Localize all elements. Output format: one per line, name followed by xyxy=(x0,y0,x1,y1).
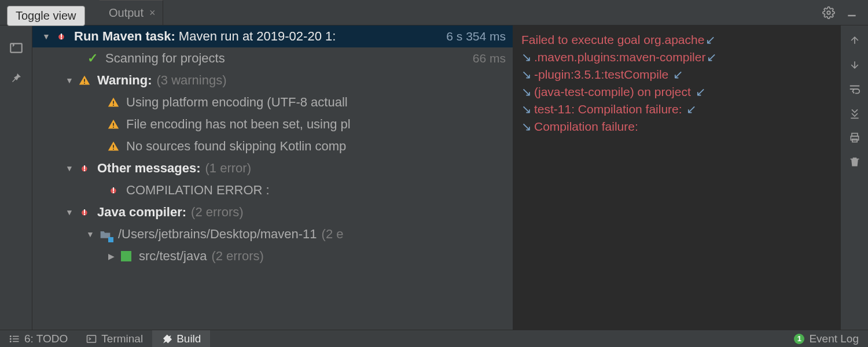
warning-icon xyxy=(106,95,120,109)
console-line: test-11: Compilation failure: xyxy=(534,102,685,116)
console-line: Compilation failure: xyxy=(534,120,638,133)
arrow-up-icon[interactable] xyxy=(847,32,863,49)
tree-timing: 6 s 354 ms xyxy=(446,29,506,43)
tree-item-warning-child[interactable]: No sources found skipping Kotlin comp xyxy=(32,135,513,157)
tree-label: COMPILATION ERROR : xyxy=(126,183,270,198)
tab-label: Output xyxy=(109,6,144,20)
error-icon xyxy=(106,183,120,197)
trash-icon[interactable] xyxy=(847,154,863,170)
statusbar-event-log[interactable]: 1 Event Log xyxy=(794,333,868,345)
tree-count: (3 warnings) xyxy=(157,73,227,88)
tree-label: Using platform encoding (UTF-8 actuall xyxy=(126,95,348,110)
console-line: (java-test-compile) on project xyxy=(534,85,694,98)
soft-wrap-icon xyxy=(705,31,716,49)
tab-output[interactable]: Output × xyxy=(100,0,163,25)
arrow-down-icon[interactable] xyxy=(847,57,863,73)
console-line: -plugin:3.5.1:testCompile xyxy=(534,68,672,81)
svg-rect-3 xyxy=(84,79,85,82)
pin-icon[interactable] xyxy=(8,69,25,87)
soft-wrap-toggle-icon[interactable] xyxy=(847,81,863,97)
svg-point-0 xyxy=(827,11,830,14)
chevron-down-icon[interactable] xyxy=(65,76,74,85)
svg-rect-23 xyxy=(87,335,96,342)
event-count-badge: 1 xyxy=(794,334,804,344)
svg-point-20 xyxy=(10,335,12,337)
svg-rect-5 xyxy=(113,101,114,104)
chevron-right-icon[interactable] xyxy=(106,252,116,261)
statusbar-label: Build xyxy=(176,333,201,345)
statusbar-build[interactable]: Build xyxy=(152,330,210,347)
warning-icon xyxy=(78,73,91,87)
svg-point-21 xyxy=(10,338,12,339)
svg-rect-6 xyxy=(113,105,114,106)
warning-icon xyxy=(106,117,120,131)
tree-root-run-maven[interactable]: Run Maven task: Maven run at 2019-02-20 … xyxy=(32,25,513,47)
package-icon xyxy=(119,249,133,263)
tree-timing: 66 ms xyxy=(473,51,506,65)
soft-wrap-icon xyxy=(707,49,717,66)
build-tree: Run Maven task: Maven run at 2019-02-20 … xyxy=(32,25,513,330)
left-gutter xyxy=(0,25,32,330)
tree-label: Scanning for projects xyxy=(105,51,225,66)
soft-wrap-icon xyxy=(521,66,532,83)
tree-label: Java compiler: xyxy=(97,205,186,220)
chevron-down-icon[interactable] xyxy=(65,164,74,173)
statusbar-todo[interactable]: 6: TODO xyxy=(0,330,77,347)
tree-item-path[interactable]: /Users/jetbrains/Desktop/maven-11 (2 e xyxy=(32,223,513,245)
svg-rect-4 xyxy=(84,83,85,84)
tree-count: (1 error) xyxy=(205,161,251,176)
soft-wrap-icon xyxy=(521,118,532,135)
warning-icon xyxy=(106,139,120,153)
tabs-area: Output × xyxy=(0,0,821,25)
tree-item-java-compiler[interactable]: Java compiler: (2 errors) xyxy=(32,201,513,223)
tree-label: Warning: xyxy=(97,73,152,88)
right-gutter xyxy=(840,25,868,330)
soft-wrap-icon xyxy=(521,49,532,66)
statusbar-label: Event Log xyxy=(809,333,859,345)
minimize-icon[interactable] xyxy=(844,5,860,21)
tree-item-warning[interactable]: Warning: (3 warnings) xyxy=(32,69,513,91)
soft-wrap-icon xyxy=(686,101,697,118)
tree-item-warning-child[interactable]: Using platform encoding (UTF-8 actuall xyxy=(32,91,513,113)
tree-item-scanning[interactable]: ✓ Scanning for projects 66 ms xyxy=(32,47,513,69)
folder-icon xyxy=(98,227,112,241)
tree-count: (2 errors) xyxy=(191,205,243,220)
chevron-down-icon[interactable] xyxy=(86,230,95,239)
error-icon xyxy=(78,205,91,219)
svg-rect-7 xyxy=(113,123,114,126)
print-icon[interactable] xyxy=(847,130,863,146)
tree-count: (2 errors) xyxy=(211,249,263,264)
console-line: Failed to execute goal org.apache xyxy=(521,33,704,46)
svg-rect-8 xyxy=(113,127,114,128)
statusbar-terminal[interactable]: Terminal xyxy=(77,330,152,347)
svg-point-22 xyxy=(10,341,12,342)
tool-window-header: Output × xyxy=(0,0,868,25)
soft-wrap-icon xyxy=(673,66,683,83)
scroll-to-end-icon[interactable] xyxy=(847,105,863,121)
svg-rect-9 xyxy=(113,145,114,148)
close-icon[interactable]: × xyxy=(149,7,156,19)
soft-wrap-icon xyxy=(696,83,706,101)
tree-label: Other messages: xyxy=(97,161,201,176)
chevron-down-icon[interactable] xyxy=(42,32,51,41)
tree-item-src[interactable]: src/test/java (2 errors) xyxy=(32,245,513,267)
chevron-down-icon[interactable] xyxy=(65,208,74,217)
tree-detail: Maven run at 2019-02-20 1: xyxy=(179,29,336,44)
tree-count: (2 e xyxy=(322,227,344,242)
console-line: .maven.plugins:maven-compiler xyxy=(534,50,705,64)
status-bar: 6: TODO Terminal Build 1 Event Log xyxy=(0,330,868,347)
gear-icon[interactable] xyxy=(821,5,837,21)
tooltip-toggle-view: Toggle view xyxy=(7,6,85,26)
soft-wrap-icon xyxy=(521,83,532,101)
tree-item-warning-child[interactable]: File encoding has not been set, using pl xyxy=(32,113,513,135)
soft-wrap-icon xyxy=(521,101,532,118)
console-output[interactable]: Failed to execute goal org.apache .maven… xyxy=(513,25,840,330)
check-icon: ✓ xyxy=(86,51,100,65)
error-icon xyxy=(78,161,91,175)
toggle-view-icon[interactable] xyxy=(8,39,25,57)
tree-item-compilation-error[interactable]: COMPILATION ERROR : xyxy=(32,179,513,201)
tree-item-other[interactable]: Other messages: (1 error) xyxy=(32,157,513,179)
svg-rect-2 xyxy=(10,43,22,52)
tree-label: Run Maven task: xyxy=(74,29,175,44)
tree-label: No sources found skipping Kotlin comp xyxy=(126,139,346,154)
